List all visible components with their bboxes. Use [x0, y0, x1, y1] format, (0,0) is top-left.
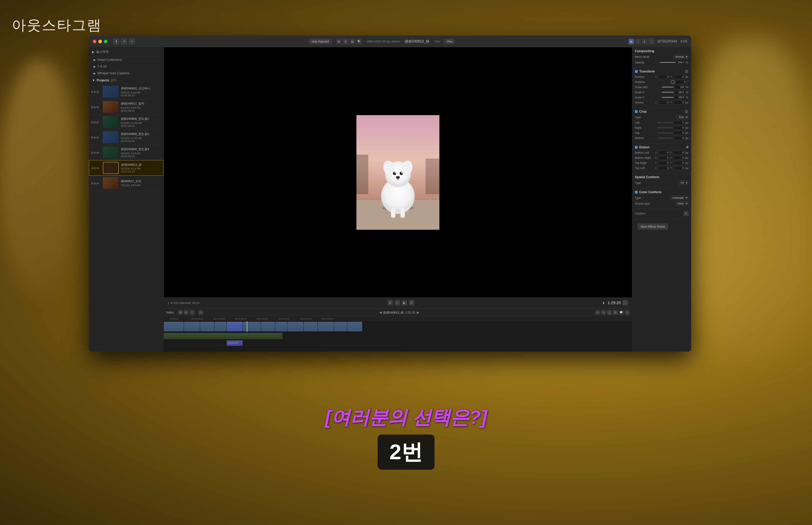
clip-3[interactable] — [214, 322, 226, 331]
blade-tool-btn[interactable]: ✂ — [198, 310, 203, 315]
scale-x-input[interactable] — [674, 90, 685, 94]
source-type-select[interactable]: None — [675, 201, 688, 206]
scale-y-input[interactable] — [674, 95, 685, 99]
clip-9[interactable] — [304, 322, 318, 331]
anchor-x-input[interactable] — [659, 101, 670, 104]
close-button[interactable] — [93, 40, 96, 43]
project-item-1[interactable]: ▶▶▶ @@240517_랑치 8/13/24, 6:58 PM 00:01:0… — [89, 99, 164, 115]
bl-x-input[interactable] — [659, 151, 670, 155]
expand-btn[interactable]: ↔ — [625, 310, 630, 315]
phone-blur — [0, 59, 79, 296]
crop-left-input[interactable] — [674, 121, 685, 125]
playhead[interactable] — [247, 321, 247, 332]
project-item-5[interactable]: ▶▶▶ @@240813_@ 8/13/24, 9:21 PM 00:01:52… — [89, 160, 164, 176]
blend-mode-select[interactable]: Normal — [673, 55, 688, 59]
loop-btn[interactable]: ⟳ — [409, 300, 414, 305]
project-item-6[interactable]: ▶▶▶ @240517_도리 7/11/24, 3:57 PM — [89, 176, 164, 191]
list-view-btn[interactable]: ☰ — [343, 39, 348, 44]
clip-10[interactable] — [318, 322, 334, 331]
clip-0[interactable] — [164, 322, 184, 331]
grid-view-btn[interactable]: ⊞ — [336, 39, 342, 44]
selected-clip[interactable]: GX010270 — [227, 341, 243, 346]
maximize-button[interactable] — [104, 40, 107, 43]
crop-type-select[interactable]: Trim — [676, 115, 688, 120]
clip-12[interactable] — [347, 322, 362, 331]
project-item-2[interactable]: ▶▶▶ @@240808_한도공1 8/13/24, 12:43 AM 00:0… — [89, 115, 164, 130]
checkmark-icon[interactable]: ✓ — [129, 38, 135, 45]
undo-btn[interactable]: ↩ — [595, 310, 600, 315]
video-inspector-btn[interactable]: ▣ — [629, 39, 634, 44]
transform-expand-icon[interactable]: □ — [685, 70, 688, 73]
br-x-input[interactable] — [659, 156, 670, 160]
viewer[interactable] — [164, 47, 632, 297]
comment-btn[interactable]: 💬 — [619, 310, 624, 315]
next-clip-btn[interactable]: ▶ — [417, 311, 419, 314]
clip-6[interactable] — [261, 322, 275, 331]
br-y-input[interactable] — [674, 156, 685, 160]
color-conform-check[interactable] — [635, 191, 638, 194]
anchor-y-input[interactable] — [674, 101, 685, 104]
tl-y-input[interactable] — [674, 166, 685, 170]
headphones-btn[interactable]: 🎧 — [607, 310, 612, 315]
clip-11[interactable] — [334, 322, 347, 331]
clip-7[interactable] — [275, 322, 287, 331]
position-y-input[interactable] — [674, 75, 685, 79]
prev-clip-btn[interactable]: ◀ — [379, 311, 382, 314]
save-preset-btn[interactable]: Save Effects Preset — [638, 224, 668, 229]
crop-bottom-input[interactable] — [674, 136, 685, 140]
timeline-view-btn[interactable]: ⊞ — [178, 310, 183, 315]
rotation-dial[interactable] — [671, 80, 675, 84]
distort-check[interactable] — [635, 146, 638, 149]
crop-right-input[interactable] — [674, 126, 685, 130]
search-btn[interactable]: 🔍 — [356, 39, 362, 44]
import-icon[interactable]: ⬇ — [113, 38, 119, 45]
clip-2[interactable] — [200, 322, 214, 331]
rotation-unit: ° — [687, 80, 688, 84]
clip-5[interactable] — [243, 322, 261, 331]
tr-y-input[interactable] — [674, 161, 685, 165]
index-label[interactable]: Index — [166, 311, 174, 314]
filmstrip-btn[interactable]: ▤ — [350, 39, 355, 44]
clip-mode-btn[interactable]: ⊡ — [387, 300, 393, 305]
tl-x-input[interactable] — [659, 166, 670, 170]
project-item-3[interactable]: ▶▶▶ @@240808_한도공2 8/13/24, 12:43 AM 00:0… — [89, 130, 164, 145]
transform-check[interactable] — [635, 70, 638, 73]
hide-rejected-btn[interactable]: Hide Rejected — [309, 39, 331, 44]
minimize-button[interactable] — [98, 40, 102, 43]
crop-top-input[interactable] — [674, 131, 685, 135]
crop-check[interactable] — [635, 110, 638, 113]
audio-inspector-btn[interactable]: ♪ — [635, 39, 641, 44]
opacity-input[interactable] — [676, 60, 685, 64]
share-icon[interactable]: ↗ — [121, 38, 127, 45]
redo-btn[interactable]: ↪ — [601, 310, 606, 315]
distort-reset-icon[interactable]: ↺ — [686, 145, 688, 149]
info-inspector-btn[interactable]: ℹ — [642, 39, 647, 44]
timeline-list-btn[interactable]: ☰ — [184, 310, 188, 315]
share-export-btn[interactable]: ↑ — [649, 39, 654, 44]
sidebar-item-whisper[interactable]: ▶ Whisper Auto Captions — [89, 70, 164, 77]
sidebar-item-smart-collections[interactable]: ▶ Smart Collections — [89, 57, 164, 63]
play-btn[interactable]: ⏵ — [602, 301, 606, 305]
fullscreen-btn[interactable]: ⛶ — [623, 300, 628, 305]
color-type-select[interactable]: Automatic — [670, 196, 688, 200]
scale-all-input[interactable] — [674, 85, 685, 89]
view-button[interactable]: View — [444, 39, 455, 44]
spatial-type-select[interactable]: Fit — [679, 181, 688, 185]
audio-clip[interactable] — [164, 333, 282, 339]
tr-x-input[interactable] — [659, 161, 670, 165]
timeline-options-btn[interactable]: ⋮ — [190, 310, 195, 315]
playback-btn[interactable]: ▶ — [402, 300, 407, 305]
add-tracker-btn[interactable]: + — [684, 211, 688, 216]
trim-btn[interactable]: ✂ — [395, 300, 400, 305]
project-item-4[interactable]: ▶▶▶ @@240808_한도공3 8/13/24, 1:20 AM 00:00… — [89, 145, 164, 160]
clip-1[interactable] — [184, 322, 200, 331]
attach-btn[interactable]: 📎 — [613, 310, 618, 315]
rotation-input[interactable] — [676, 80, 686, 84]
clip-8[interactable] — [288, 322, 303, 331]
project-item-0[interactable]: ▶▶▶ @@240422_신신바니 8/13/24, 6:38 AM 00:00… — [89, 84, 164, 99]
crop-expand-icon[interactable]: □ — [685, 110, 688, 114]
sidebar-item-7-9-24[interactable]: ▶ 7-9-24 — [89, 63, 164, 70]
position-x-input[interactable] — [659, 75, 670, 79]
bl-y-input[interactable] — [674, 151, 685, 155]
clip-4[interactable] — [227, 322, 243, 331]
